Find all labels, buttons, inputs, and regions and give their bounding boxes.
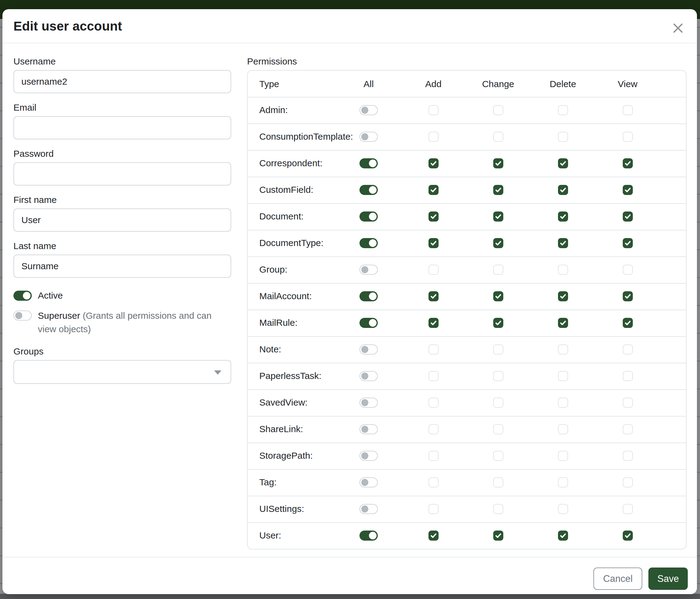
- permission-delete-checkbox[interactable]: [558, 291, 568, 301]
- permission-delete-checkbox[interactable]: [558, 318, 568, 328]
- cancel-button[interactable]: Cancel: [593, 568, 643, 590]
- permission-delete-checkbox[interactable]: [558, 212, 568, 221]
- permission-add-checkbox[interactable]: [428, 424, 439, 434]
- permission-view-checkbox[interactable]: [623, 158, 633, 168]
- permission-add-checkbox[interactable]: [428, 344, 439, 355]
- permission-add-checkbox[interactable]: [428, 105, 439, 115]
- permission-delete-checkbox[interactable]: [558, 238, 568, 248]
- permission-all-toggle[interactable]: [359, 318, 378, 328]
- permission-add-checkbox[interactable]: [428, 185, 439, 195]
- permission-view-checkbox[interactable]: [623, 371, 633, 381]
- permission-change-checkbox[interactable]: [493, 398, 503, 408]
- permission-all-toggle[interactable]: [359, 371, 378, 381]
- permission-change-checkbox[interactable]: [493, 504, 503, 514]
- permission-all-toggle[interactable]: [359, 477, 378, 487]
- permission-view-checkbox[interactable]: [623, 212, 633, 221]
- password-input[interactable]: [14, 162, 231, 186]
- username-input[interactable]: [14, 70, 231, 93]
- permission-delete-checkbox[interactable]: [558, 424, 568, 434]
- permission-change-checkbox[interactable]: [493, 158, 503, 168]
- permission-all-toggle[interactable]: [359, 185, 378, 195]
- permission-delete-checkbox[interactable]: [558, 265, 568, 275]
- permission-view-checkbox[interactable]: [623, 105, 633, 115]
- permission-row: PaperlessTask:: [248, 363, 686, 389]
- permission-add-checkbox[interactable]: [428, 504, 439, 514]
- permission-add-checkbox[interactable]: [428, 265, 439, 275]
- permission-all-toggle[interactable]: [359, 504, 378, 514]
- permission-delete-checkbox[interactable]: [558, 185, 568, 195]
- permission-all-toggle[interactable]: [359, 530, 378, 541]
- first-name-input[interactable]: [14, 209, 231, 232]
- save-button[interactable]: Save: [648, 568, 688, 590]
- permission-change-checkbox[interactable]: [493, 424, 503, 434]
- permission-view-checkbox[interactable]: [623, 132, 633, 142]
- permission-delete-checkbox[interactable]: [558, 105, 568, 115]
- permission-add-checkbox[interactable]: [428, 318, 439, 328]
- permission-type-label: Group:: [259, 264, 288, 275]
- permission-type-label: PaperlessTask:: [259, 371, 321, 381]
- permission-all-toggle[interactable]: [359, 451, 378, 461]
- permission-delete-checkbox[interactable]: [558, 132, 568, 142]
- active-toggle[interactable]: [14, 291, 32, 301]
- permission-all-toggle[interactable]: [359, 105, 378, 115]
- permission-delete-checkbox[interactable]: [558, 451, 568, 461]
- permission-view-checkbox[interactable]: [623, 265, 633, 275]
- permission-all-toggle[interactable]: [359, 212, 378, 221]
- permission-all-toggle[interactable]: [359, 424, 378, 434]
- permission-delete-checkbox[interactable]: [558, 477, 568, 487]
- superuser-toggle[interactable]: [14, 311, 32, 320]
- permission-delete-checkbox[interactable]: [558, 371, 568, 381]
- permission-all-toggle[interactable]: [359, 398, 378, 408]
- permission-add-checkbox[interactable]: [428, 477, 439, 487]
- permission-change-checkbox[interactable]: [493, 291, 503, 301]
- permission-change-checkbox[interactable]: [493, 132, 503, 142]
- permission-delete-checkbox[interactable]: [558, 530, 568, 541]
- permission-change-checkbox[interactable]: [493, 265, 503, 275]
- permission-view-checkbox[interactable]: [623, 318, 633, 328]
- permission-add-checkbox[interactable]: [428, 158, 439, 168]
- permission-change-checkbox[interactable]: [493, 212, 503, 221]
- permission-change-checkbox[interactable]: [493, 318, 503, 328]
- permission-add-checkbox[interactable]: [428, 398, 439, 408]
- permission-add-checkbox[interactable]: [428, 530, 439, 541]
- permission-add-checkbox[interactable]: [428, 371, 439, 381]
- permission-change-checkbox[interactable]: [493, 238, 503, 248]
- permission-change-checkbox[interactable]: [493, 530, 503, 541]
- permission-view-checkbox[interactable]: [623, 424, 633, 434]
- permission-view-checkbox[interactable]: [623, 504, 633, 514]
- permission-all-toggle[interactable]: [359, 265, 378, 275]
- last-name-input[interactable]: [14, 255, 231, 278]
- permission-delete-checkbox[interactable]: [558, 504, 568, 514]
- permission-row: MailRule:: [248, 310, 686, 336]
- permission-change-checkbox[interactable]: [493, 477, 503, 487]
- email-input[interactable]: [14, 116, 231, 139]
- permission-add-checkbox[interactable]: [428, 132, 439, 142]
- permission-view-checkbox[interactable]: [623, 185, 633, 195]
- permission-delete-checkbox[interactable]: [558, 344, 568, 355]
- permission-view-checkbox[interactable]: [623, 291, 633, 301]
- permission-change-checkbox[interactable]: [493, 371, 503, 381]
- permission-view-checkbox[interactable]: [623, 530, 633, 541]
- permission-view-checkbox[interactable]: [623, 451, 633, 461]
- permission-add-checkbox[interactable]: [428, 212, 439, 221]
- permission-change-checkbox[interactable]: [493, 344, 503, 355]
- permission-view-checkbox[interactable]: [623, 477, 633, 487]
- permission-change-checkbox[interactable]: [493, 185, 503, 195]
- permission-all-toggle[interactable]: [359, 344, 378, 355]
- permission-add-checkbox[interactable]: [428, 238, 439, 248]
- permission-all-toggle[interactable]: [359, 132, 378, 142]
- permission-add-checkbox[interactable]: [428, 451, 439, 461]
- permission-delete-checkbox[interactable]: [558, 398, 568, 408]
- permission-view-checkbox[interactable]: [623, 344, 633, 355]
- permission-all-toggle[interactable]: [359, 238, 378, 248]
- close-button[interactable]: [671, 21, 685, 35]
- permission-view-checkbox[interactable]: [623, 398, 633, 408]
- permission-all-toggle[interactable]: [359, 158, 378, 168]
- permission-add-checkbox[interactable]: [428, 291, 439, 301]
- permission-all-toggle[interactable]: [359, 291, 378, 301]
- permission-view-checkbox[interactable]: [623, 238, 633, 248]
- permission-delete-checkbox[interactable]: [558, 158, 568, 168]
- groups-select[interactable]: [14, 360, 231, 384]
- permission-change-checkbox[interactable]: [493, 451, 503, 461]
- permission-change-checkbox[interactable]: [493, 105, 503, 115]
